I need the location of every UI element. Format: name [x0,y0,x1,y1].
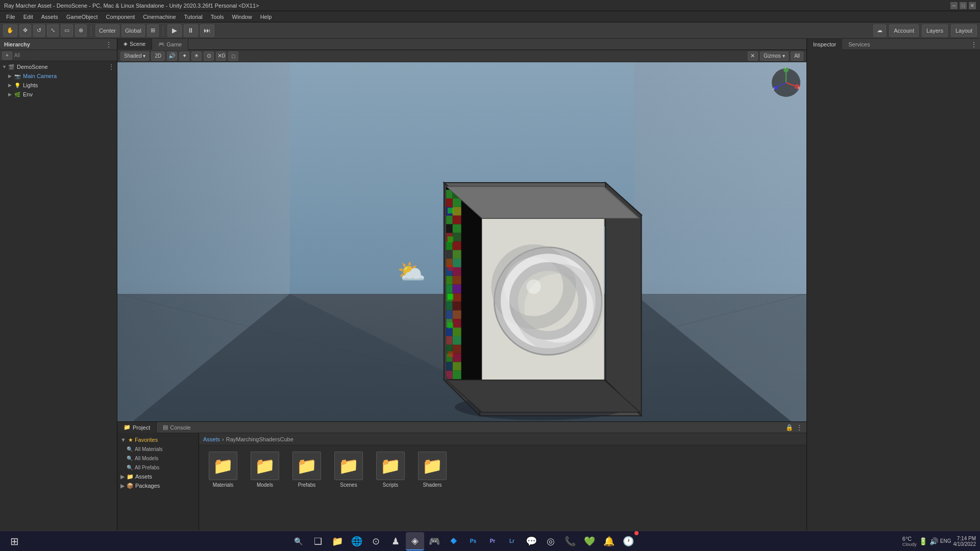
step-button[interactable]: ⏭ [200,24,214,37]
shading-arrow: ▾ [143,53,145,59]
taskbar-ps[interactable]: Ps [464,532,482,550]
asset-item-scenes[interactable]: 📁 Scenes [331,452,366,488]
scene-gizmo[interactable]: Y X Z [771,67,801,98]
favorites-header[interactable]: ▼ ★ Favorites [117,435,199,444]
hierarchy-menu-button[interactable]: ⋮ [105,40,113,48]
taskbar-app1[interactable]: ◎ [542,532,560,550]
asset-item-models[interactable]: 📁 Models [247,452,283,488]
scale-tool-button[interactable]: ⤡ [47,24,59,37]
taskbar-phone[interactable]: 📞 [561,532,579,550]
hierarchy-item-demoscene[interactable]: ▼ 🎬 DemoScene ⋮ [0,62,117,71]
taskbar-steam[interactable]: ♟ [386,532,405,550]
menu-file[interactable]: File [2,13,19,21]
system-clock[interactable]: 7:14 PM 4/10/2022 [953,536,976,547]
2d-button[interactable]: 2D [151,52,165,61]
breadcrumb-root[interactable]: Assets [203,436,220,442]
shading-dropdown[interactable]: Shaded ▾ [120,52,149,61]
weather-description: Cloudy [902,542,917,547]
taskbar-clock-app[interactable]: 🕐 [619,532,638,550]
maincamera-icon: 📷 [14,73,21,79]
sidebar-all-models[interactable]: 🔍 All Models [117,454,199,463]
asset-item-prefabs[interactable]: 📁 Prefabs [289,452,325,488]
taskbar-taskview[interactable]: ❑ [309,532,327,550]
viewport[interactable]: ⛅ [117,62,806,421]
tab-scene[interactable]: ◈ Scene [117,39,152,50]
transform-tool-button[interactable]: ⊕ [75,24,87,37]
right-panel-menu-button[interactable]: ⋮ [970,40,978,48]
assets-header[interactable]: ▶ 📁 Assets [117,472,199,481]
rect-tool-button[interactable]: ▭ [61,24,73,37]
project-menu-button[interactable]: ⋮ [795,423,803,432]
layers-button[interactable]: Layers [922,24,948,37]
tab-console[interactable]: ▤ Console [157,422,197,433]
taskbar-search[interactable]: 🔍 [289,532,308,550]
scene-icon2[interactable]: ⊙ [204,52,214,61]
tab-game[interactable]: 🎮 Game [152,39,188,50]
hierarchy-item-env[interactable]: ▶ 🌿 Env [0,90,117,99]
play-button[interactable]: ▶ [167,24,182,37]
all-label[interactable]: All [791,52,803,61]
grid-button[interactable]: ⊞ [147,24,159,37]
sidebar-all-prefabs[interactable]: 🔍 All Prefabs [117,463,199,472]
svg-text:⛅: ⛅ [397,258,426,286]
close-button[interactable]: ✕ [969,2,976,9]
audio-button[interactable]: 🔊 [167,52,177,61]
taskbar-whatsapp[interactable]: 💚 [580,532,599,550]
menu-help[interactable]: Help [256,13,276,21]
menu-assets[interactable]: Assets [37,13,62,21]
hierarchy-item-maincamera[interactable]: ▶ 📷 Main Camera [0,71,117,81]
layout-button[interactable]: Layout [951,24,977,37]
tab-services[interactable]: Services [842,39,876,50]
global-button[interactable]: Global [121,24,145,37]
scene-icon1[interactable]: ☀ [191,52,202,61]
shaders-label: Shaders [423,482,442,488]
scene-search-btn[interactable]: ✕ [748,52,758,61]
tab-inspector[interactable]: Inspector [807,39,842,50]
window-controls: ─ □ ✕ [950,2,976,9]
taskbar-explorer[interactable]: 📁 [328,532,347,550]
gizmos-dropdown[interactable]: Gizmos ▾ [760,52,789,61]
pause-button[interactable]: ⏸ [184,24,198,37]
maximize-button[interactable]: □ [960,2,967,9]
taskbar-unity[interactable]: ◈ [406,532,424,550]
rotate-tool-button[interactable]: ↺ [33,24,45,37]
scene-icon4[interactable]: □ [228,52,238,61]
taskbar-blender[interactable]: 🔷 [445,532,463,550]
sidebar-all-materials[interactable]: 🔍 All Materials [117,444,199,454]
move-tool-button[interactable]: ✥ [19,24,31,37]
hierarchy-add-button[interactable]: + [2,52,12,60]
tab-project[interactable]: 📁 Project [117,422,157,433]
taskbar-notif[interactable]: 🔔 [600,532,618,550]
asset-item-materials[interactable]: 📁 Materials [205,452,241,488]
account-button[interactable]: Account [889,24,919,37]
packages-header[interactable]: ▶ 📦 Packages [117,481,199,490]
menu-tools[interactable]: Tools [207,13,228,21]
svg-text:X: X [798,86,800,89]
hand-tool-button[interactable]: ✋ [3,24,17,37]
taskbar-edge[interactable]: 🌐 [348,532,366,550]
taskbar-pr[interactable]: Pr [483,532,502,550]
taskbar-chrome[interactable]: ⊙ [367,532,385,550]
hierarchy-panel: Hierarchy ⋮ + All ▼ 🎬 DemoScene ⋮ ▶ 📷 Ma… [0,39,117,539]
menu-gameobject[interactable]: GameObject [62,13,102,21]
scene-icon3[interactable]: ✕0 [216,52,226,61]
fx-button[interactable]: ✦ [179,52,189,61]
menu-component[interactable]: Component [102,13,139,21]
center-button[interactable]: Center [95,24,119,37]
minimize-button[interactable]: ─ [950,2,958,9]
asset-item-shaders[interactable]: 📁 Shaders [414,452,450,488]
collab-button[interactable]: ☁ [873,24,886,37]
taskbar-lr[interactable]: Lr [503,532,521,550]
temperature-label: 6°C [902,536,912,542]
menu-edit[interactable]: Edit [19,13,37,21]
asset-item-scripts[interactable]: 📁 Scripts [373,452,408,488]
start-button[interactable]: ⊞ [4,533,24,549]
menu-cinemachine[interactable]: Cinemachine [139,13,180,21]
taskbar-discord[interactable]: 💬 [522,532,541,550]
menu-window[interactable]: Window [228,13,256,21]
hierarchy-item-lights[interactable]: ▶ 💡 Lights [0,81,117,90]
taskbar-gamecontroller[interactable]: 🎮 [425,532,444,550]
menu-tutorial[interactable]: Tutorial [180,13,207,21]
demoscene-menu[interactable]: ⋮ [108,63,115,71]
project-lock-button[interactable]: 🔒 [785,423,793,432]
